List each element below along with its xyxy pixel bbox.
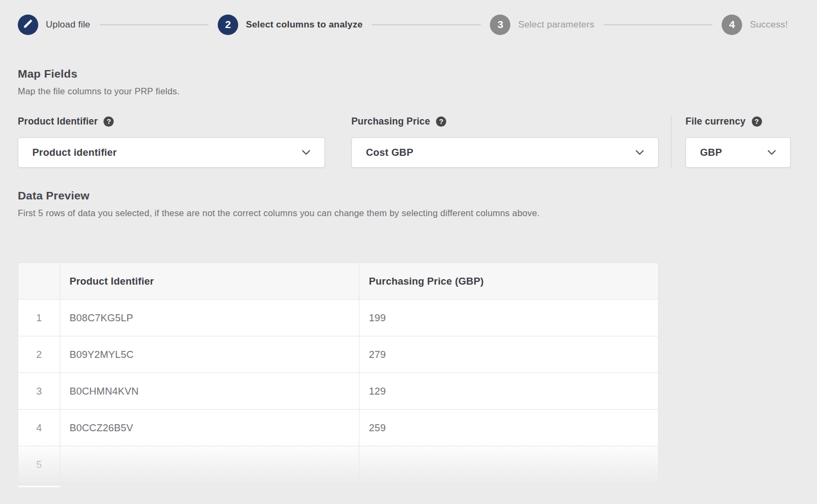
wizard-stepper: Upload file 2 Select columns to analyze …	[0, 0, 817, 35]
step-select-columns[interactable]: 2 Select columns to analyze	[218, 15, 363, 35]
step-2-label: Select columns to analyze	[246, 19, 363, 30]
step-connector	[604, 24, 713, 25]
file-currency-label: File currency	[686, 116, 746, 127]
map-fields-title: Map Fields	[18, 67, 817, 80]
step-select-parameters[interactable]: 3 Select parameters	[490, 15, 594, 35]
product-identifier-cell: B0CCZ26B5V	[60, 410, 359, 446]
vertical-divider	[671, 116, 671, 168]
data-preview-subtitle: First 5 rows of data you selected, if th…	[18, 208, 817, 218]
table-body: 1 B08C7KG5LP 199 2 B09Y2MYL5C 279 3 B0CH…	[18, 300, 659, 483]
column-header-row-number	[18, 263, 60, 300]
table-cell-bottom-edge	[18, 486, 60, 487]
table-header-row: Product Identifier Purchasing Price (GBP…	[18, 263, 659, 300]
data-preview-title: Data Preview	[18, 189, 817, 202]
product-identifier-cell: B09Y2MYL5C	[60, 336, 359, 373]
data-preview-section: Data Preview First 5 rows of data you se…	[18, 189, 817, 218]
step-success[interactable]: 4 Success!	[722, 15, 788, 35]
file-currency-select[interactable]: GBP	[686, 137, 791, 168]
purchasing-price-label: Purchasing Price	[351, 116, 430, 127]
help-icon[interactable]: ?	[752, 116, 762, 127]
step-2-indicator[interactable]: 2	[218, 15, 238, 35]
row-number-cell: 3	[18, 373, 60, 410]
row-number-cell: 4	[18, 410, 60, 446]
product-identifier-label: Product Identifier	[18, 116, 98, 127]
step-4-indicator[interactable]: 4	[722, 15, 742, 35]
purchasing-price-cell: 199	[359, 300, 659, 336]
table-row: 2 B09Y2MYL5C 279	[18, 336, 659, 373]
purchasing-price-cell: 279	[359, 336, 659, 373]
step-connector	[100, 24, 209, 25]
map-fields-section: Map Fields Map the file columns to your …	[18, 67, 817, 96]
purchasing-price-cell: 129	[359, 373, 659, 410]
step-3-label: Select parameters	[518, 19, 594, 30]
purchasing-price-select[interactable]: Cost GBP	[351, 137, 659, 168]
chevron-down-icon	[767, 150, 776, 155]
product-identifier-cell: B0CHMN4KVN	[60, 373, 359, 410]
product-identifier-value: Product identifier	[32, 147, 117, 158]
purchasing-price-cell	[359, 446, 659, 483]
step-1-indicator[interactable]	[18, 15, 38, 35]
step-connector	[372, 24, 481, 25]
table-row: 1 B08C7KG5LP 199	[18, 300, 659, 336]
purchasing-price-value: Cost GBP	[366, 147, 413, 158]
purchasing-price-cell: 259	[359, 410, 659, 446]
row-number-cell: 2	[18, 336, 60, 373]
help-icon[interactable]: ?	[103, 116, 114, 127]
step-3-indicator[interactable]: 3	[490, 15, 510, 35]
data-preview-table: Product Identifier Purchasing Price (GBP…	[18, 263, 659, 483]
product-identifier-cell: B08C7KG5LP	[60, 300, 359, 336]
column-header-purchasing-price: Purchasing Price (GBP)	[359, 263, 659, 300]
table-row: 3 B0CHMN4KVN 129	[18, 373, 659, 410]
chevron-down-icon	[635, 150, 644, 155]
field-product-identifier: Product Identifier ? Product identifier	[18, 116, 325, 168]
row-number-cell: 5	[18, 446, 60, 483]
column-header-product-identifier: Product Identifier	[60, 263, 359, 300]
field-file-currency: File currency ? GBP	[686, 116, 791, 168]
chevron-down-icon	[302, 150, 310, 155]
help-icon[interactable]: ?	[436, 116, 446, 127]
product-identifier-select[interactable]: Product identifier	[18, 137, 325, 168]
step-2-number: 2	[225, 19, 231, 31]
step-3-number: 3	[497, 19, 503, 31]
step-1-label: Upload file	[46, 19, 91, 30]
step-4-number: 4	[729, 19, 735, 31]
map-fields-subtitle: Map the file columns to your PRP fields.	[18, 86, 817, 96]
table-row: 5	[18, 446, 659, 483]
step-4-label: Success!	[750, 19, 788, 30]
file-currency-value: GBP	[700, 147, 722, 158]
pencil-icon	[23, 18, 33, 31]
table-row: 4 B0CCZ26B5V 259	[18, 410, 659, 446]
field-mapping-row: Product Identifier ? Product identifier …	[18, 116, 788, 168]
row-number-cell: 1	[18, 300, 60, 336]
step-upload-file[interactable]: Upload file	[18, 15, 91, 35]
field-purchasing-price: Purchasing Price ? Cost GBP	[351, 116, 659, 168]
product-identifier-cell	[60, 446, 359, 483]
